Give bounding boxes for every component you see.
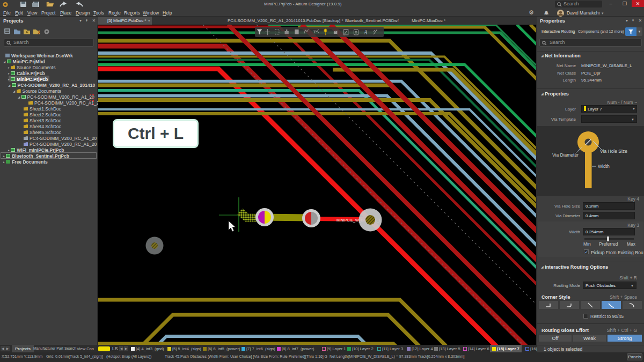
svg-text:Width: Width xyxy=(598,164,610,169)
svg-text:A: A xyxy=(363,28,367,35)
svg-text:Via Hole Size: Via Hole Size xyxy=(600,149,627,154)
svg-text:Via Diameter: Via Diameter xyxy=(552,152,579,158)
